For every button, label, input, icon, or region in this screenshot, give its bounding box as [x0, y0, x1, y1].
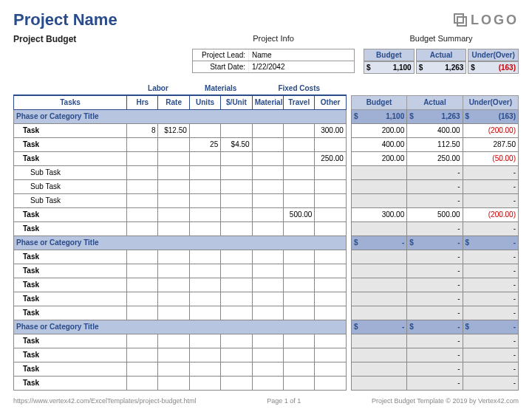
cell-other[interactable]: [315, 292, 346, 306]
cell-travel[interactable]: [284, 348, 315, 362]
cell-unitcost[interactable]: [221, 221, 252, 236]
cell-other[interactable]: [315, 179, 346, 193]
cell-unitcost[interactable]: [221, 362, 252, 376]
cell-under[interactable]: -: [463, 221, 518, 236]
cell-unitcost[interactable]: [221, 123, 252, 137]
cell-other[interactable]: 300.00: [315, 123, 346, 137]
cell-units[interactable]: [189, 348, 220, 362]
cell-hrs[interactable]: [127, 151, 158, 165]
table-row[interactable]: Task --: [14, 264, 519, 278]
cell-rate[interactable]: [158, 179, 189, 193]
task-name[interactable]: Sub Task: [14, 193, 127, 207]
cell-material[interactable]: [252, 137, 283, 151]
cell-actual[interactable]: -: [407, 362, 463, 376]
cell-under[interactable]: -: [463, 334, 518, 348]
cell-material[interactable]: [252, 221, 283, 236]
cell-rate[interactable]: [158, 362, 189, 376]
cell-hrs[interactable]: [127, 179, 158, 193]
cell-travel[interactable]: 500.00: [284, 207, 315, 221]
cell-travel[interactable]: [284, 334, 315, 348]
task-name[interactable]: Task: [14, 207, 127, 221]
cell-units[interactable]: [189, 193, 220, 207]
cell-material[interactable]: [252, 151, 283, 165]
cell-hrs[interactable]: [127, 221, 158, 236]
cell-other[interactable]: 250.00: [315, 151, 346, 165]
cell-units[interactable]: [189, 362, 220, 376]
cell-hrs[interactable]: [127, 348, 158, 362]
table-row[interactable]: Task --: [14, 306, 519, 320]
cell-other[interactable]: [315, 376, 346, 390]
cell-material[interactable]: [252, 306, 283, 320]
cell-other[interactable]: [315, 221, 346, 236]
cell-unitcost[interactable]: [221, 179, 252, 193]
table-row[interactable]: Task --: [14, 334, 519, 348]
cell-hrs[interactable]: [127, 250, 158, 264]
cell-other[interactable]: [315, 207, 346, 221]
cell-unitcost[interactable]: [221, 376, 252, 390]
cell-units[interactable]: [189, 123, 220, 137]
table-row[interactable]: Task --: [14, 221, 519, 236]
cell-material[interactable]: [252, 264, 283, 278]
cell-rate[interactable]: [158, 221, 189, 236]
cell-actual[interactable]: -: [407, 292, 463, 306]
cell-budget[interactable]: [351, 179, 406, 193]
cell-under[interactable]: (200.00): [463, 207, 518, 221]
table-row[interactable]: Task 8 $12.50 300.00 200.00400.00(200.00…: [14, 123, 519, 137]
cell-material[interactable]: [252, 334, 283, 348]
cell-hrs[interactable]: [127, 362, 158, 376]
cell-rate[interactable]: [158, 151, 189, 165]
cell-under[interactable]: 287.50: [463, 137, 518, 151]
cell-other[interactable]: [315, 278, 346, 292]
cell-material[interactable]: [252, 278, 283, 292]
task-name[interactable]: Sub Task: [14, 179, 127, 193]
cell-budget[interactable]: [351, 221, 406, 236]
cell-under[interactable]: -: [463, 292, 518, 306]
cell-units[interactable]: [189, 334, 220, 348]
cell-budget[interactable]: [351, 348, 406, 362]
cell-other[interactable]: [315, 306, 346, 320]
task-name[interactable]: Task: [14, 221, 127, 236]
cell-material[interactable]: [252, 348, 283, 362]
cell-budget[interactable]: [351, 278, 406, 292]
cell-rate[interactable]: [158, 137, 189, 151]
cell-travel[interactable]: [284, 179, 315, 193]
cell-actual[interactable]: -: [407, 193, 463, 207]
cell-budget[interactable]: 200.00: [351, 151, 406, 165]
cell-under[interactable]: (200.00): [463, 123, 518, 137]
cell-units[interactable]: [189, 165, 220, 179]
cell-units[interactable]: [189, 221, 220, 236]
cell-rate[interactable]: [158, 165, 189, 179]
cell-under[interactable]: -: [463, 250, 518, 264]
cell-budget[interactable]: [351, 334, 406, 348]
cell-material[interactable]: [252, 123, 283, 137]
cell-travel[interactable]: [284, 264, 315, 278]
task-name[interactable]: Task: [14, 278, 127, 292]
cell-actual[interactable]: -: [407, 278, 463, 292]
cell-travel[interactable]: [284, 376, 315, 390]
cell-other[interactable]: [315, 264, 346, 278]
cell-other[interactable]: [315, 362, 346, 376]
cell-material[interactable]: [252, 250, 283, 264]
cell-actual[interactable]: -: [407, 348, 463, 362]
task-name[interactable]: Task: [14, 362, 127, 376]
cell-rate[interactable]: [158, 334, 189, 348]
cell-actual[interactable]: 400.00: [407, 123, 463, 137]
cell-under[interactable]: -: [463, 348, 518, 362]
cell-units[interactable]: [189, 376, 220, 390]
table-row[interactable]: Task 250.00 200.00250.00(50.00): [14, 151, 519, 165]
cell-travel[interactable]: [284, 250, 315, 264]
cell-budget[interactable]: [351, 264, 406, 278]
table-row[interactable]: Task --: [14, 362, 519, 376]
cell-rate[interactable]: $12.50: [158, 123, 189, 137]
cell-units[interactable]: [189, 151, 220, 165]
task-name[interactable]: Task: [14, 348, 127, 362]
cell-rate[interactable]: [158, 348, 189, 362]
cell-unitcost[interactable]: [221, 292, 252, 306]
cell-travel[interactable]: [284, 362, 315, 376]
table-row[interactable]: Sub Task --: [14, 193, 519, 207]
table-row[interactable]: Task --: [14, 250, 519, 264]
project-lead-field[interactable]: Project Lead: Name: [192, 49, 355, 61]
cell-rate[interactable]: [158, 264, 189, 278]
task-name[interactable]: Task: [14, 250, 127, 264]
cell-under[interactable]: (50.00): [463, 151, 518, 165]
